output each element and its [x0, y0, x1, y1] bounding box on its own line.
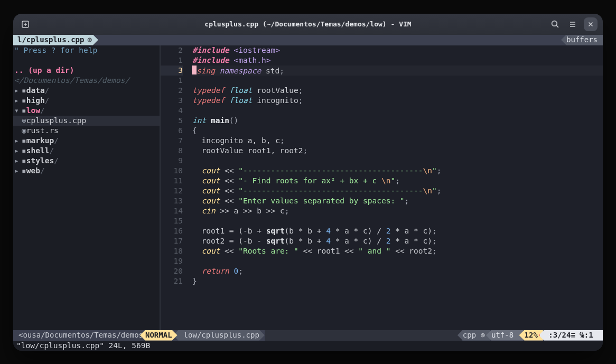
- close-icon[interactable]: [584, 17, 598, 31]
- line-gutter: 213123456789101112131415161718192021: [160, 45, 186, 330]
- tab-label: l/cplusplus.cpp: [17, 35, 84, 45]
- status-position: :3/24≡ ℅:1: [539, 330, 603, 341]
- status-filetype: cpp ⊚: [458, 330, 490, 341]
- workspace: " Press ? for help .. (up a dir) </Docum…: [13, 45, 603, 330]
- command-line: "low/cplusplus.cpp" 24L, 569B: [13, 341, 603, 351]
- search-icon[interactable]: [548, 17, 562, 31]
- status-encoding: utf-8: [486, 330, 524, 341]
- status-file: low/cplusplus.cpp: [173, 330, 265, 341]
- tabline: l/cplusplus.cpp ⊚ buffers: [13, 35, 603, 45]
- buffers-indicator[interactable]: buffers: [561, 35, 603, 45]
- tree-file-cplusplus.cpp[interactable]: ⊚ cplusplus.cpp: [13, 116, 160, 126]
- status-cwd: <ousa/Documentos/Temas/demos: [13, 330, 148, 341]
- code-area[interactable]: #include <iostream>#include <math.h>sing…: [186, 45, 603, 330]
- svg-point-1: [552, 21, 557, 26]
- editor[interactable]: 213123456789101112131415161718192021 #in…: [160, 45, 603, 330]
- tree-folder-markup[interactable]: ▸ ▪ markup/: [13, 136, 160, 146]
- menu-icon[interactable]: [566, 17, 580, 31]
- gear-icon: ⊚: [87, 35, 91, 45]
- tree-help: " Press ? for help: [13, 45, 160, 55]
- titlebar: cplusplus.cpp (~/Documentos/Temas/demos/…: [13, 14, 603, 35]
- cursor: [192, 66, 197, 74]
- tree-file-rust.rs[interactable]: ◉ rust.rs: [13, 126, 160, 136]
- tree-folder-web[interactable]: ▸ ▪ web/: [13, 166, 160, 176]
- terminal-window: cplusplus.cpp (~/Documentos/Temas/demos/…: [13, 14, 603, 351]
- tree-cwd: </Documentos/Temas/demos/: [13, 76, 160, 86]
- tree-folder-data[interactable]: ▸ ▪ data/: [13, 86, 160, 96]
- status-line: <ousa/Documentos/Temas/demos NORMAL low/…: [13, 330, 603, 341]
- tab-current[interactable]: l/cplusplus.cpp ⊚: [13, 35, 98, 45]
- tree-up-dir[interactable]: .. (up a dir): [13, 66, 160, 76]
- tree-folder-high[interactable]: ▸ ▪ high/: [13, 96, 160, 106]
- tree-folder-shell[interactable]: ▸ ▪ shell/: [13, 146, 160, 156]
- status-mode: NORMAL: [140, 330, 178, 341]
- new-tab-button[interactable]: [18, 17, 32, 31]
- window-title: cplusplus.cpp (~/Documentos/Temas/demos/…: [13, 19, 603, 29]
- tree-folder-styles[interactable]: ▸ ▪ styles/: [13, 156, 160, 166]
- file-tree[interactable]: " Press ? for help .. (up a dir) </Docum…: [13, 45, 160, 330]
- tree-folder-low[interactable]: ▾ ▪ low/: [13, 106, 160, 116]
